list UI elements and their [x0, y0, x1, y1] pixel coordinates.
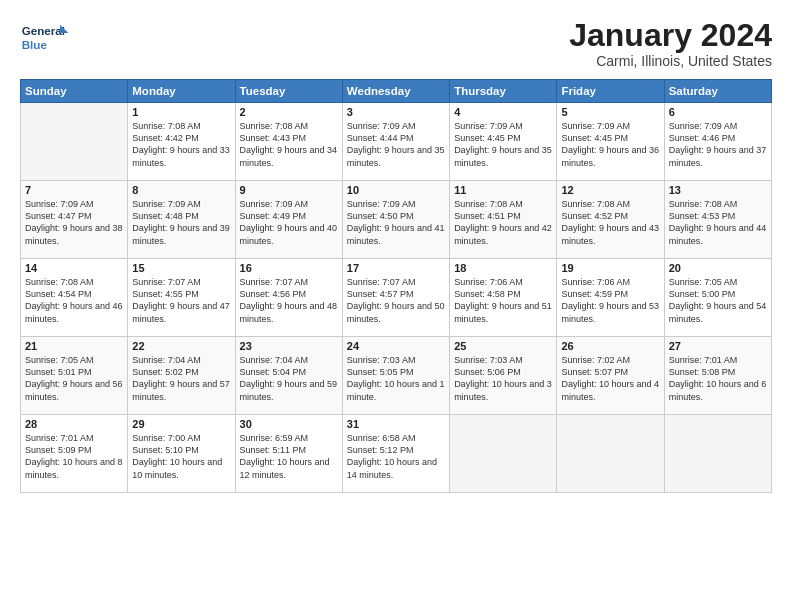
cell-info: Sunrise: 7:07 AMSunset: 4:57 PMDaylight:…: [347, 277, 445, 323]
day-number: 17: [347, 262, 445, 274]
calendar-cell: 23 Sunrise: 7:04 AMSunset: 5:04 PMDaylig…: [235, 337, 342, 415]
cell-info: Sunrise: 7:09 AMSunset: 4:49 PMDaylight:…: [240, 199, 338, 245]
page-container: General Blue January 2024 Carmi, Illinoi…: [0, 0, 792, 503]
day-number: 29: [132, 418, 230, 430]
calendar-cell: 28 Sunrise: 7:01 AMSunset: 5:09 PMDaylig…: [21, 415, 128, 493]
cell-info: Sunrise: 7:09 AMSunset: 4:47 PMDaylight:…: [25, 199, 123, 245]
cell-info: Sunrise: 7:08 AMSunset: 4:54 PMDaylight:…: [25, 277, 123, 323]
header-monday: Monday: [128, 80, 235, 103]
day-number: 13: [669, 184, 767, 196]
calendar-cell: 16 Sunrise: 7:07 AMSunset: 4:56 PMDaylig…: [235, 259, 342, 337]
cell-info: Sunrise: 7:05 AMSunset: 5:00 PMDaylight:…: [669, 277, 767, 323]
day-number: 3: [347, 106, 445, 118]
day-number: 23: [240, 340, 338, 352]
cell-info: Sunrise: 7:08 AMSunset: 4:51 PMDaylight:…: [454, 199, 552, 245]
cell-info: Sunrise: 7:02 AMSunset: 5:07 PMDaylight:…: [561, 355, 659, 401]
week-row-1: 1 Sunrise: 7:08 AMSunset: 4:42 PMDayligh…: [21, 103, 772, 181]
cell-info: Sunrise: 7:01 AMSunset: 5:08 PMDaylight:…: [669, 355, 767, 401]
day-number: 25: [454, 340, 552, 352]
calendar-cell: 6 Sunrise: 7:09 AMSunset: 4:46 PMDayligh…: [664, 103, 771, 181]
title-block: January 2024 Carmi, Illinois, United Sta…: [569, 18, 772, 69]
cell-info: Sunrise: 7:09 AMSunset: 4:44 PMDaylight:…: [347, 121, 445, 167]
day-number: 6: [669, 106, 767, 118]
calendar-table: Sunday Monday Tuesday Wednesday Thursday…: [20, 79, 772, 493]
header-tuesday: Tuesday: [235, 80, 342, 103]
calendar-cell: 29 Sunrise: 7:00 AMSunset: 5:10 PMDaylig…: [128, 415, 235, 493]
day-number: 22: [132, 340, 230, 352]
cell-info: Sunrise: 7:08 AMSunset: 4:53 PMDaylight:…: [669, 199, 767, 245]
calendar-cell: 24 Sunrise: 7:03 AMSunset: 5:05 PMDaylig…: [342, 337, 449, 415]
cell-info: Sunrise: 7:06 AMSunset: 4:59 PMDaylight:…: [561, 277, 659, 323]
calendar-cell: 11 Sunrise: 7:08 AMSunset: 4:51 PMDaylig…: [450, 181, 557, 259]
calendar-cell: 18 Sunrise: 7:06 AMSunset: 4:58 PMDaylig…: [450, 259, 557, 337]
cell-info: Sunrise: 6:59 AMSunset: 5:11 PMDaylight:…: [240, 433, 330, 479]
svg-text:General: General: [22, 25, 65, 38]
day-number: 12: [561, 184, 659, 196]
day-number: 30: [240, 418, 338, 430]
calendar-cell: [664, 415, 771, 493]
calendar-cell: [21, 103, 128, 181]
svg-text:Blue: Blue: [22, 38, 48, 51]
day-number: 7: [25, 184, 123, 196]
calendar-cell: 22 Sunrise: 7:04 AMSunset: 5:02 PMDaylig…: [128, 337, 235, 415]
day-number: 4: [454, 106, 552, 118]
day-number: 21: [25, 340, 123, 352]
calendar-cell: 25 Sunrise: 7:03 AMSunset: 5:06 PMDaylig…: [450, 337, 557, 415]
week-row-3: 14 Sunrise: 7:08 AMSunset: 4:54 PMDaylig…: [21, 259, 772, 337]
day-number: 19: [561, 262, 659, 274]
day-number: 26: [561, 340, 659, 352]
calendar-cell: 26 Sunrise: 7:02 AMSunset: 5:07 PMDaylig…: [557, 337, 664, 415]
day-number: 16: [240, 262, 338, 274]
day-number: 24: [347, 340, 445, 352]
calendar-cell: 8 Sunrise: 7:09 AMSunset: 4:48 PMDayligh…: [128, 181, 235, 259]
cell-info: Sunrise: 6:58 AMSunset: 5:12 PMDaylight:…: [347, 433, 437, 479]
calendar-cell: 19 Sunrise: 7:06 AMSunset: 4:59 PMDaylig…: [557, 259, 664, 337]
week-row-4: 21 Sunrise: 7:05 AMSunset: 5:01 PMDaylig…: [21, 337, 772, 415]
main-title: January 2024: [569, 18, 772, 53]
header-wednesday: Wednesday: [342, 80, 449, 103]
day-number: 15: [132, 262, 230, 274]
calendar-cell: 20 Sunrise: 7:05 AMSunset: 5:00 PMDaylig…: [664, 259, 771, 337]
day-number: 27: [669, 340, 767, 352]
calendar-cell: 21 Sunrise: 7:05 AMSunset: 5:01 PMDaylig…: [21, 337, 128, 415]
cell-info: Sunrise: 7:06 AMSunset: 4:58 PMDaylight:…: [454, 277, 552, 323]
day-number: 5: [561, 106, 659, 118]
calendar-cell: 7 Sunrise: 7:09 AMSunset: 4:47 PMDayligh…: [21, 181, 128, 259]
cell-info: Sunrise: 7:05 AMSunset: 5:01 PMDaylight:…: [25, 355, 123, 401]
calendar-cell: 4 Sunrise: 7:09 AMSunset: 4:45 PMDayligh…: [450, 103, 557, 181]
cell-info: Sunrise: 7:07 AMSunset: 4:56 PMDaylight:…: [240, 277, 338, 323]
cell-info: Sunrise: 7:09 AMSunset: 4:48 PMDaylight:…: [132, 199, 230, 245]
cell-info: Sunrise: 7:08 AMSunset: 4:52 PMDaylight:…: [561, 199, 659, 245]
cell-info: Sunrise: 7:04 AMSunset: 5:02 PMDaylight:…: [132, 355, 230, 401]
cell-info: Sunrise: 7:09 AMSunset: 4:50 PMDaylight:…: [347, 199, 445, 245]
logo-svg: General Blue: [20, 18, 70, 58]
calendar-cell: 9 Sunrise: 7:09 AMSunset: 4:49 PMDayligh…: [235, 181, 342, 259]
cell-info: Sunrise: 7:07 AMSunset: 4:55 PMDaylight:…: [132, 277, 230, 323]
weekday-header-row: Sunday Monday Tuesday Wednesday Thursday…: [21, 80, 772, 103]
cell-info: Sunrise: 7:00 AMSunset: 5:10 PMDaylight:…: [132, 433, 222, 479]
day-number: 8: [132, 184, 230, 196]
cell-info: Sunrise: 7:04 AMSunset: 5:04 PMDaylight:…: [240, 355, 338, 401]
calendar-cell: 14 Sunrise: 7:08 AMSunset: 4:54 PMDaylig…: [21, 259, 128, 337]
week-row-5: 28 Sunrise: 7:01 AMSunset: 5:09 PMDaylig…: [21, 415, 772, 493]
logo: General Blue: [20, 18, 70, 58]
day-number: 1: [132, 106, 230, 118]
calendar-cell: 5 Sunrise: 7:09 AMSunset: 4:45 PMDayligh…: [557, 103, 664, 181]
calendar-cell: 10 Sunrise: 7:09 AMSunset: 4:50 PMDaylig…: [342, 181, 449, 259]
calendar-cell: 2 Sunrise: 7:08 AMSunset: 4:43 PMDayligh…: [235, 103, 342, 181]
day-number: 20: [669, 262, 767, 274]
cell-info: Sunrise: 7:03 AMSunset: 5:06 PMDaylight:…: [454, 355, 552, 401]
day-number: 28: [25, 418, 123, 430]
calendar-cell: 15 Sunrise: 7:07 AMSunset: 4:55 PMDaylig…: [128, 259, 235, 337]
cell-info: Sunrise: 7:09 AMSunset: 4:46 PMDaylight:…: [669, 121, 767, 167]
cell-info: Sunrise: 7:08 AMSunset: 4:43 PMDaylight:…: [240, 121, 338, 167]
day-number: 31: [347, 418, 445, 430]
header-saturday: Saturday: [664, 80, 771, 103]
header-sunday: Sunday: [21, 80, 128, 103]
calendar-cell: 13 Sunrise: 7:08 AMSunset: 4:53 PMDaylig…: [664, 181, 771, 259]
header-thursday: Thursday: [450, 80, 557, 103]
day-number: 18: [454, 262, 552, 274]
cell-info: Sunrise: 7:09 AMSunset: 4:45 PMDaylight:…: [561, 121, 659, 167]
calendar-cell: 12 Sunrise: 7:08 AMSunset: 4:52 PMDaylig…: [557, 181, 664, 259]
calendar-cell: [557, 415, 664, 493]
